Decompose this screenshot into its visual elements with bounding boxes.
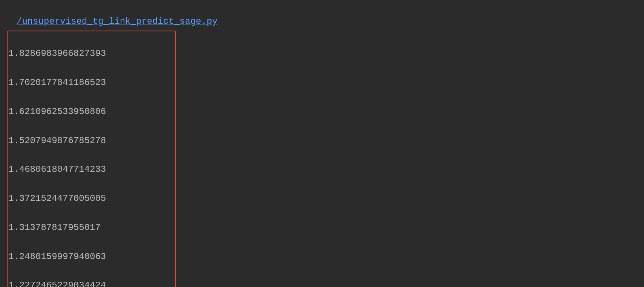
loss-value: 1.2480159997940063 bbox=[8, 250, 175, 264]
loss-value: 1.313787817955017 bbox=[8, 221, 175, 235]
loss-value: 1.4680618047714233 bbox=[8, 162, 175, 177]
loss-value: 1.7020177841186523 bbox=[8, 76, 175, 90]
loss-value: 1.2272465229034424 bbox=[8, 278, 175, 287]
loss-value: 1.3721524477005005 bbox=[8, 191, 175, 206]
file-path-link[interactable]: /unsupervised_tg_link_predict_sage.py bbox=[8, 16, 218, 26]
console-output: /unsupervised_tg_link_predict_sage.py 1.… bbox=[0, 0, 644, 287]
loss-value: 1.8286983966827393 bbox=[8, 46, 175, 61]
loss-value: 1.5207949876785278 bbox=[8, 134, 175, 148]
loss-values-highlight: 1.8286983966827393 1.7020177841186523 1.… bbox=[7, 31, 176, 287]
loss-value: 1.6210962533950806 bbox=[8, 105, 175, 119]
